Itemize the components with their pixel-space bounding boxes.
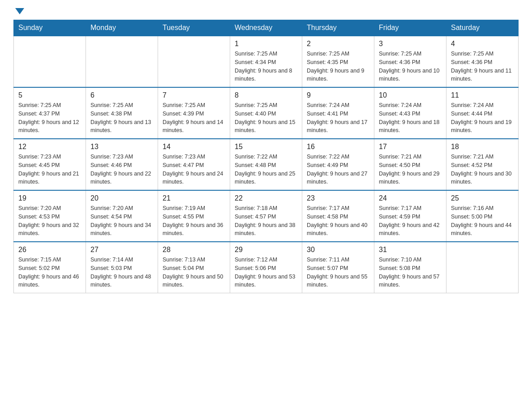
day-number: 7 bbox=[163, 91, 225, 99]
day-info: Sunrise: 7:10 AM Sunset: 5:08 PM Dayligh… bbox=[379, 256, 442, 289]
day-number: 28 bbox=[163, 246, 225, 254]
page-header bbox=[13, 9, 519, 15]
day-cell-23: 23Sunrise: 7:17 AM Sunset: 4:58 PM Dayli… bbox=[302, 190, 374, 242]
day-header-sunday: Sunday bbox=[14, 20, 86, 36]
day-info: Sunrise: 7:25 AM Sunset: 4:35 PM Dayligh… bbox=[307, 50, 369, 83]
week-row-4: 19Sunrise: 7:20 AM Sunset: 4:53 PM Dayli… bbox=[14, 190, 519, 242]
day-number: 15 bbox=[235, 143, 297, 151]
logo-triangle-icon bbox=[15, 8, 24, 14]
day-number: 14 bbox=[163, 143, 225, 151]
day-info: Sunrise: 7:22 AM Sunset: 4:49 PM Dayligh… bbox=[307, 153, 369, 186]
day-cell-9: 9Sunrise: 7:24 AM Sunset: 4:41 PM Daylig… bbox=[302, 87, 374, 139]
empty-cell bbox=[14, 36, 86, 87]
day-info: Sunrise: 7:22 AM Sunset: 4:48 PM Dayligh… bbox=[235, 153, 297, 186]
calendar-table: SundayMondayTuesdayWednesdayThursdayFrid… bbox=[13, 20, 519, 293]
day-cell-15: 15Sunrise: 7:22 AM Sunset: 4:48 PM Dayli… bbox=[230, 139, 302, 190]
day-info: Sunrise: 7:20 AM Sunset: 4:54 PM Dayligh… bbox=[90, 204, 153, 238]
day-number: 21 bbox=[163, 194, 225, 202]
day-info: Sunrise: 7:25 AM Sunset: 4:37 PM Dayligh… bbox=[18, 101, 81, 135]
day-number: 6 bbox=[90, 91, 153, 99]
day-cell-5: 5Sunrise: 7:25 AM Sunset: 4:37 PM Daylig… bbox=[14, 87, 86, 139]
day-number: 31 bbox=[379, 246, 442, 254]
day-number: 30 bbox=[307, 246, 369, 254]
day-cell-19: 19Sunrise: 7:20 AM Sunset: 4:53 PM Dayli… bbox=[14, 190, 86, 242]
day-cell-12: 12Sunrise: 7:23 AM Sunset: 4:45 PM Dayli… bbox=[14, 139, 86, 190]
day-info: Sunrise: 7:25 AM Sunset: 4:36 PM Dayligh… bbox=[451, 50, 514, 83]
day-cell-4: 4Sunrise: 7:25 AM Sunset: 4:36 PM Daylig… bbox=[446, 36, 519, 87]
day-info: Sunrise: 7:25 AM Sunset: 4:34 PM Dayligh… bbox=[235, 50, 297, 83]
day-info: Sunrise: 7:17 AM Sunset: 4:59 PM Dayligh… bbox=[379, 204, 442, 238]
day-cell-14: 14Sunrise: 7:23 AM Sunset: 4:47 PM Dayli… bbox=[158, 139, 230, 190]
day-info: Sunrise: 7:17 AM Sunset: 4:58 PM Dayligh… bbox=[307, 204, 369, 238]
day-info: Sunrise: 7:20 AM Sunset: 4:53 PM Dayligh… bbox=[18, 204, 81, 238]
day-cell-18: 18Sunrise: 7:21 AM Sunset: 4:52 PM Dayli… bbox=[446, 139, 519, 190]
day-cell-2: 2Sunrise: 7:25 AM Sunset: 4:35 PM Daylig… bbox=[302, 36, 374, 87]
day-cell-24: 24Sunrise: 7:17 AM Sunset: 4:59 PM Dayli… bbox=[374, 190, 446, 242]
day-cell-27: 27Sunrise: 7:14 AM Sunset: 5:03 PM Dayli… bbox=[86, 242, 158, 293]
day-number: 27 bbox=[90, 246, 153, 254]
day-number: 12 bbox=[18, 143, 81, 151]
day-number: 20 bbox=[90, 194, 153, 202]
day-cell-28: 28Sunrise: 7:13 AM Sunset: 5:04 PM Dayli… bbox=[158, 242, 230, 293]
day-info: Sunrise: 7:23 AM Sunset: 4:45 PM Dayligh… bbox=[18, 153, 81, 186]
day-number: 23 bbox=[307, 194, 369, 202]
day-number: 18 bbox=[451, 143, 514, 151]
day-info: Sunrise: 7:24 AM Sunset: 4:44 PM Dayligh… bbox=[451, 101, 514, 135]
day-cell-11: 11Sunrise: 7:24 AM Sunset: 4:44 PM Dayli… bbox=[446, 87, 519, 139]
day-cell-31: 31Sunrise: 7:10 AM Sunset: 5:08 PM Dayli… bbox=[374, 242, 446, 293]
day-number: 13 bbox=[90, 143, 153, 151]
day-info: Sunrise: 7:21 AM Sunset: 4:50 PM Dayligh… bbox=[379, 153, 442, 186]
day-info: Sunrise: 7:24 AM Sunset: 4:43 PM Dayligh… bbox=[379, 101, 442, 135]
day-info: Sunrise: 7:15 AM Sunset: 5:02 PM Dayligh… bbox=[18, 256, 81, 289]
day-cell-6: 6Sunrise: 7:25 AM Sunset: 4:38 PM Daylig… bbox=[86, 87, 158, 139]
day-info: Sunrise: 7:23 AM Sunset: 4:46 PM Dayligh… bbox=[90, 153, 153, 186]
day-info: Sunrise: 7:13 AM Sunset: 5:04 PM Dayligh… bbox=[163, 256, 225, 289]
day-number: 25 bbox=[451, 194, 514, 202]
day-number: 26 bbox=[18, 246, 81, 254]
day-cell-7: 7Sunrise: 7:25 AM Sunset: 4:39 PM Daylig… bbox=[158, 87, 230, 139]
day-info: Sunrise: 7:21 AM Sunset: 4:52 PM Dayligh… bbox=[451, 153, 514, 186]
day-cell-22: 22Sunrise: 7:18 AM Sunset: 4:57 PM Dayli… bbox=[230, 190, 302, 242]
day-info: Sunrise: 7:18 AM Sunset: 4:57 PM Dayligh… bbox=[235, 204, 297, 238]
day-info: Sunrise: 7:14 AM Sunset: 5:03 PM Dayligh… bbox=[90, 256, 153, 289]
day-cell-26: 26Sunrise: 7:15 AM Sunset: 5:02 PM Dayli… bbox=[14, 242, 86, 293]
day-header-saturday: Saturday bbox=[446, 20, 519, 36]
day-info: Sunrise: 7:24 AM Sunset: 4:41 PM Dayligh… bbox=[307, 101, 369, 135]
week-row-2: 5Sunrise: 7:25 AM Sunset: 4:37 PM Daylig… bbox=[14, 87, 519, 139]
week-row-1: 1Sunrise: 7:25 AM Sunset: 4:34 PM Daylig… bbox=[14, 36, 519, 87]
day-number: 22 bbox=[235, 194, 297, 202]
day-cell-20: 20Sunrise: 7:20 AM Sunset: 4:54 PM Dayli… bbox=[86, 190, 158, 242]
day-info: Sunrise: 7:12 AM Sunset: 5:06 PM Dayligh… bbox=[235, 256, 297, 289]
day-number: 29 bbox=[235, 246, 297, 254]
day-number: 19 bbox=[18, 194, 81, 202]
day-header-friday: Friday bbox=[374, 20, 446, 36]
day-number: 3 bbox=[379, 40, 442, 48]
day-cell-3: 3Sunrise: 7:25 AM Sunset: 4:36 PM Daylig… bbox=[374, 36, 446, 87]
day-info: Sunrise: 7:11 AM Sunset: 5:07 PM Dayligh… bbox=[307, 256, 369, 289]
day-number: 4 bbox=[451, 40, 514, 48]
day-info: Sunrise: 7:25 AM Sunset: 4:38 PM Dayligh… bbox=[90, 101, 153, 135]
day-header-thursday: Thursday bbox=[302, 20, 374, 36]
days-header-row: SundayMondayTuesdayWednesdayThursdayFrid… bbox=[14, 20, 519, 36]
day-cell-16: 16Sunrise: 7:22 AM Sunset: 4:49 PM Dayli… bbox=[302, 139, 374, 190]
day-number: 2 bbox=[307, 40, 369, 48]
day-number: 16 bbox=[307, 143, 369, 151]
day-cell-25: 25Sunrise: 7:16 AM Sunset: 5:00 PM Dayli… bbox=[446, 190, 519, 242]
logo bbox=[13, 9, 24, 15]
day-cell-1: 1Sunrise: 7:25 AM Sunset: 4:34 PM Daylig… bbox=[230, 36, 302, 87]
day-cell-21: 21Sunrise: 7:19 AM Sunset: 4:55 PM Dayli… bbox=[158, 190, 230, 242]
day-info: Sunrise: 7:25 AM Sunset: 4:36 PM Dayligh… bbox=[379, 50, 442, 83]
day-cell-10: 10Sunrise: 7:24 AM Sunset: 4:43 PM Dayli… bbox=[374, 87, 446, 139]
day-cell-17: 17Sunrise: 7:21 AM Sunset: 4:50 PM Dayli… bbox=[374, 139, 446, 190]
day-header-wednesday: Wednesday bbox=[230, 20, 302, 36]
week-row-3: 12Sunrise: 7:23 AM Sunset: 4:45 PM Dayli… bbox=[14, 139, 519, 190]
day-cell-29: 29Sunrise: 7:12 AM Sunset: 5:06 PM Dayli… bbox=[230, 242, 302, 293]
day-header-monday: Monday bbox=[86, 20, 158, 36]
week-row-5: 26Sunrise: 7:15 AM Sunset: 5:02 PM Dayli… bbox=[14, 242, 519, 293]
day-info: Sunrise: 7:25 AM Sunset: 4:39 PM Dayligh… bbox=[163, 101, 225, 135]
day-number: 1 bbox=[235, 40, 297, 48]
day-number: 11 bbox=[451, 91, 514, 99]
day-number: 17 bbox=[379, 143, 442, 151]
day-info: Sunrise: 7:23 AM Sunset: 4:47 PM Dayligh… bbox=[163, 153, 225, 186]
day-number: 8 bbox=[235, 91, 297, 99]
